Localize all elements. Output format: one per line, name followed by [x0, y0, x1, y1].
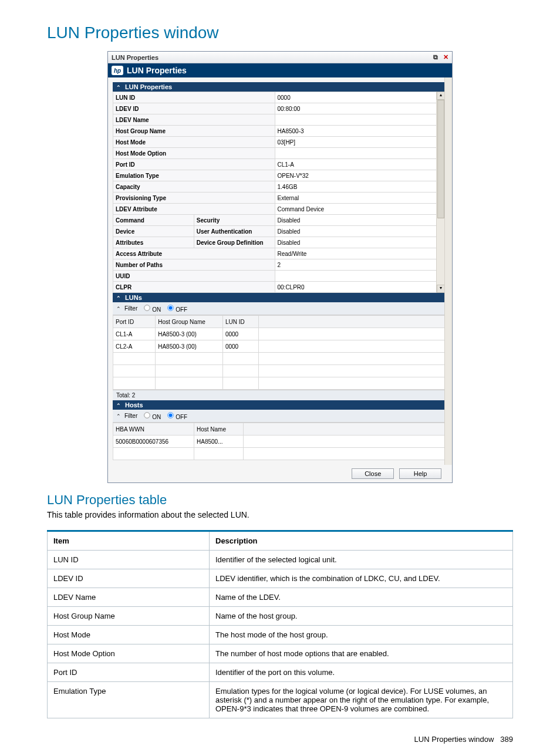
cell-empty — [156, 377, 223, 390]
filter-off-option[interactable]: OFF — [164, 411, 187, 420]
filter-off-radio[interactable] — [168, 412, 174, 418]
prop-label: LDEV Name — [113, 114, 275, 126]
prop-value: 1.46GB — [275, 181, 437, 193]
desc-item: Host Group Name — [48, 607, 210, 626]
restore-icon[interactable]: ⧉ — [433, 53, 438, 60]
luns-table-wrap: Port IDHost Group NameLUN IDCL1-AHA8500-… — [113, 315, 445, 390]
close-button[interactable]: Close — [352, 468, 394, 479]
prop-label: Attributes — [113, 237, 194, 248]
table-row-empty — [113, 377, 445, 390]
section-title-hosts: Hosts — [125, 401, 143, 409]
table-row: Host Mode Option — [113, 148, 437, 159]
filter-on-option[interactable]: ON — [141, 304, 161, 313]
table-row[interactable]: CL1-AHA8500-3 (00)0000 — [113, 328, 445, 340]
section-header-properties[interactable]: ⌃ LUN Properties — [113, 82, 445, 92]
section-header-luns[interactable]: ⌃ LUNs — [113, 293, 445, 302]
scroll-up-icon[interactable]: ▴ — [437, 92, 445, 100]
section-header-hosts[interactable]: ⌃ Hosts — [113, 400, 445, 410]
table-row: LDEV NameName of the LDEV. — [48, 588, 513, 607]
table-row[interactable]: CL2-AHA8500-3 (00)0000 — [113, 340, 445, 353]
table-row[interactable]: 50060B0000607356HA8500... — [113, 436, 445, 448]
prop-label: Host Mode Option — [113, 148, 275, 159]
dialog-button-row: Close Help — [108, 465, 452, 482]
cell: 0000 — [222, 340, 259, 353]
total-value: 2 — [132, 392, 136, 399]
scrollbar[interactable]: ▴ ▾ — [436, 92, 445, 293]
table-row: DeviceUser AuthenticationDisabled — [113, 226, 437, 237]
prop-value: Disabled — [275, 215, 437, 226]
desc-item: LDEV ID — [48, 569, 210, 588]
desc-item: Host Mode — [48, 626, 210, 644]
chevron-up-icon: ⌃ — [116, 306, 121, 312]
table-row: CLPR00:CLPR0 — [113, 282, 437, 293]
table-row: AttributesDevice Group DefinitionDisable… — [113, 237, 437, 248]
cell-empty — [259, 353, 445, 365]
desc-text: Identifier of the selected logical unit. — [210, 551, 513, 569]
prop-value — [275, 114, 437, 126]
filter-off-option[interactable]: OFF — [164, 304, 187, 313]
prop-value: Disabled — [275, 226, 437, 237]
table-row: LDEV AttributeCommand Device — [113, 204, 437, 215]
prop-value: 00:CLPR0 — [275, 282, 437, 293]
description-table: Item Description LUN IDIdentifier of the… — [47, 530, 513, 718]
footer-text: LUN Properties window — [414, 735, 494, 744]
prop-label: LDEV ID — [113, 103, 275, 114]
table-row-empty — [113, 365, 445, 377]
help-button[interactable]: Help — [399, 468, 441, 479]
prop-label: Access Attribute — [113, 248, 275, 259]
window-controls: ⧉ ✕ — [430, 53, 448, 61]
filter-on-radio[interactable] — [144, 305, 150, 310]
prop-label: Port ID — [113, 159, 275, 170]
table-row: Emulation TypeEmulation types for the lo… — [48, 682, 513, 718]
page-title: LUN Properties window — [47, 23, 513, 42]
col-header[interactable]: HBA WWN — [113, 423, 194, 436]
filter-on-option[interactable]: ON — [141, 411, 161, 420]
cell: HA8500-3 (00) — [156, 328, 223, 340]
scroll-thumb[interactable] — [437, 100, 444, 218]
chevron-up-icon: ⌃ — [116, 413, 121, 419]
cell: CL1-A — [113, 328, 156, 340]
page-footer: LUN Properties window 389 — [47, 735, 513, 744]
prop-value: 2 — [275, 259, 437, 271]
hp-logo-icon: hp — [112, 66, 123, 75]
prop-label: Command — [113, 215, 194, 226]
prop-value: Command Device — [275, 204, 437, 215]
filter-off-radio[interactable] — [168, 305, 174, 310]
col-header[interactable]: Port ID — [113, 316, 156, 328]
col-header[interactable]: Host Group Name — [156, 316, 223, 328]
luns-table: Port IDHost Group NameLUN IDCL1-AHA8500-… — [113, 315, 445, 390]
cell: 0000 — [222, 328, 259, 340]
cell-empty — [222, 365, 259, 377]
table-row: LDEV Name — [113, 114, 437, 126]
col-header[interactable]: Host Name — [194, 423, 244, 436]
prop-value: HA8500-3 — [275, 126, 437, 137]
close-icon[interactable]: ✕ — [443, 53, 448, 60]
desc-item: Host Mode Option — [48, 644, 210, 663]
table-row: Host ModeThe host mode of the host group… — [48, 626, 513, 644]
prop-value: External — [275, 193, 437, 204]
luns-filter-row: ⌃ Filter ON OFF — [113, 302, 445, 315]
chevron-up-icon: ⌃ — [116, 403, 121, 409]
cell-spacer — [259, 340, 445, 353]
filter-on-radio[interactable] — [144, 412, 150, 418]
page-number: 389 — [500, 735, 513, 744]
section-title-luns: LUNs — [125, 294, 142, 301]
prop-value: 00:80:00 — [275, 103, 437, 114]
table-header-row: HBA WWNHost Name — [113, 423, 445, 436]
prop-label: Host Group Name — [113, 126, 275, 137]
window-titlebar: LUN Properties ⧉ ✕ — [108, 52, 452, 63]
cell-empty — [259, 377, 445, 390]
table-row: CommandSecurityDisabled — [113, 215, 437, 226]
prop-label: Provisioning Type — [113, 193, 275, 204]
scroll-down-icon[interactable]: ▾ — [437, 285, 445, 293]
table-row: Host Mode OptionThe number of host mode … — [48, 644, 513, 663]
content-area: ⌃ LUN Properties LUN ID0000LDEV ID00:80:… — [108, 77, 452, 465]
table-row: Host Group NameHA8500-3 — [113, 126, 437, 137]
desc-text: The number of host mode options that are… — [210, 644, 513, 663]
filter-label: Filter — [124, 413, 137, 419]
prop-value: Disabled — [275, 237, 437, 248]
desc-text: LDEV identifier, which is the combinatio… — [210, 569, 513, 588]
table-row: Port IDIdentifier of the port on this vo… — [48, 663, 513, 682]
prop-value: Read/Write — [275, 248, 437, 259]
col-header[interactable]: LUN ID — [222, 316, 259, 328]
